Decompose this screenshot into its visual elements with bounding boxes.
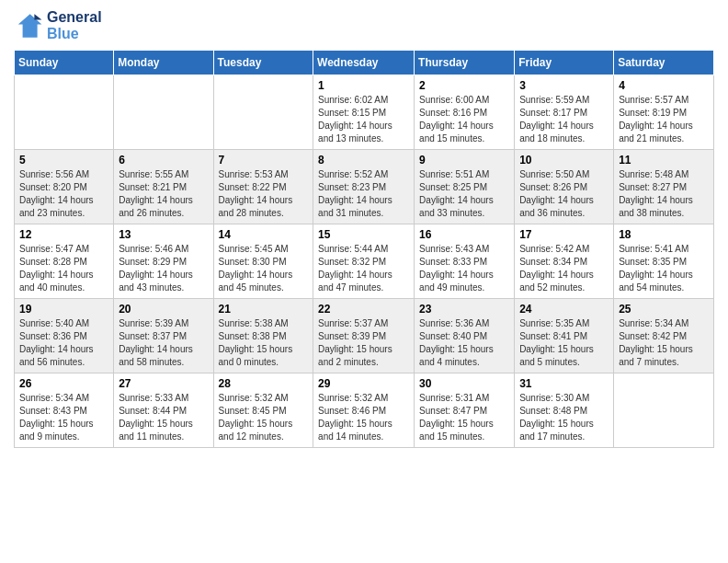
logo-text: General Blue (47, 9, 102, 42)
day-number: 31 (519, 377, 609, 390)
day-info: Sunrise: 5:37 AM Sunset: 8:39 PM Dayligh… (318, 317, 409, 369)
day-number: 30 (419, 377, 509, 390)
day-number: 17 (519, 228, 609, 241)
day-info: Sunrise: 5:47 AM Sunset: 8:28 PM Dayligh… (19, 243, 108, 294)
day-number: 23 (419, 303, 509, 316)
calendar-cell: 9Sunrise: 5:51 AM Sunset: 8:25 PM Daylig… (415, 150, 515, 224)
day-number: 4 (619, 79, 709, 92)
calendar-cell (614, 373, 714, 448)
calendar-cell: 14Sunrise: 5:45 AM Sunset: 8:30 PM Dayli… (213, 224, 313, 299)
day-info: Sunrise: 5:34 AM Sunset: 8:42 PM Dayligh… (619, 317, 709, 369)
calendar-cell: 18Sunrise: 5:41 AM Sunset: 8:35 PM Dayli… (614, 224, 714, 299)
page-header: General Blue (14, 9, 714, 42)
day-number: 27 (119, 377, 208, 390)
day-info: Sunrise: 5:50 AM Sunset: 8:26 PM Dayligh… (519, 168, 609, 220)
weekday-header-tuesday: Tuesday (213, 51, 313, 75)
day-info: Sunrise: 6:00 AM Sunset: 8:16 PM Dayligh… (419, 94, 509, 145)
day-number: 25 (619, 303, 709, 316)
day-number: 8 (318, 154, 409, 167)
day-info: Sunrise: 5:34 AM Sunset: 8:43 PM Dayligh… (19, 392, 108, 443)
day-info: Sunrise: 6:02 AM Sunset: 8:15 PM Dayligh… (318, 94, 409, 145)
calendar-cell (114, 75, 213, 150)
calendar-cell (213, 75, 313, 150)
calendar-cell: 17Sunrise: 5:42 AM Sunset: 8:34 PM Dayli… (515, 224, 614, 299)
weekday-header-thursday: Thursday (415, 51, 515, 75)
day-number: 3 (519, 79, 609, 92)
calendar-cell: 6Sunrise: 5:55 AM Sunset: 8:21 PM Daylig… (114, 150, 213, 224)
calendar-cell: 7Sunrise: 5:53 AM Sunset: 8:22 PM Daylig… (213, 150, 313, 224)
day-info: Sunrise: 5:42 AM Sunset: 8:34 PM Dayligh… (519, 243, 609, 294)
calendar-cell: 2Sunrise: 6:00 AM Sunset: 8:16 PM Daylig… (415, 75, 515, 150)
day-number: 2 (419, 79, 509, 92)
calendar-cell: 15Sunrise: 5:44 AM Sunset: 8:32 PM Dayli… (313, 224, 415, 299)
day-number: 26 (19, 377, 108, 390)
weekday-header-monday: Monday (114, 51, 213, 75)
calendar-cell: 23Sunrise: 5:36 AM Sunset: 8:40 PM Dayli… (415, 299, 515, 373)
calendar-cell: 24Sunrise: 5:35 AM Sunset: 8:41 PM Dayli… (515, 299, 614, 373)
day-number: 11 (619, 154, 709, 167)
weekday-header-wednesday: Wednesday (313, 51, 415, 75)
calendar-cell: 8Sunrise: 5:52 AM Sunset: 8:23 PM Daylig… (313, 150, 415, 224)
calendar-cell: 1Sunrise: 6:02 AM Sunset: 8:15 PM Daylig… (313, 75, 415, 150)
day-number: 22 (318, 303, 409, 316)
day-info: Sunrise: 5:39 AM Sunset: 8:37 PM Dayligh… (119, 317, 208, 369)
day-number: 21 (219, 303, 309, 316)
day-info: Sunrise: 5:33 AM Sunset: 8:44 PM Dayligh… (119, 392, 208, 443)
day-info: Sunrise: 5:44 AM Sunset: 8:32 PM Dayligh… (318, 243, 409, 294)
day-number: 16 (419, 228, 509, 241)
calendar-cell: 31Sunrise: 5:30 AM Sunset: 8:48 PM Dayli… (515, 373, 614, 448)
day-info: Sunrise: 5:45 AM Sunset: 8:30 PM Dayligh… (219, 243, 309, 294)
svg-marker-1 (34, 14, 41, 19)
calendar-cell: 26Sunrise: 5:34 AM Sunset: 8:43 PM Dayli… (15, 373, 114, 448)
calendar-cell: 5Sunrise: 5:56 AM Sunset: 8:20 PM Daylig… (15, 150, 114, 224)
calendar-cell: 28Sunrise: 5:32 AM Sunset: 8:45 PM Dayli… (213, 373, 313, 448)
day-info: Sunrise: 5:57 AM Sunset: 8:19 PM Dayligh… (619, 94, 709, 145)
day-number: 12 (19, 228, 108, 241)
calendar-cell: 29Sunrise: 5:32 AM Sunset: 8:46 PM Dayli… (313, 373, 415, 448)
day-number: 5 (19, 154, 108, 167)
calendar-cell: 20Sunrise: 5:39 AM Sunset: 8:37 PM Dayli… (114, 299, 213, 373)
day-info: Sunrise: 5:30 AM Sunset: 8:48 PM Dayligh… (519, 392, 609, 443)
day-info: Sunrise: 5:48 AM Sunset: 8:27 PM Dayligh… (619, 168, 709, 220)
logo-icon (14, 11, 43, 40)
day-info: Sunrise: 5:32 AM Sunset: 8:45 PM Dayligh… (219, 392, 309, 443)
weekday-header-sunday: Sunday (15, 51, 114, 75)
day-number: 19 (19, 303, 108, 316)
calendar-cell: 19Sunrise: 5:40 AM Sunset: 8:36 PM Dayli… (15, 299, 114, 373)
day-number: 10 (519, 154, 609, 167)
calendar-cell: 13Sunrise: 5:46 AM Sunset: 8:29 PM Dayli… (114, 224, 213, 299)
day-number: 29 (318, 377, 409, 390)
day-number: 9 (419, 154, 509, 167)
day-info: Sunrise: 5:31 AM Sunset: 8:47 PM Dayligh… (419, 392, 509, 443)
day-info: Sunrise: 5:56 AM Sunset: 8:20 PM Dayligh… (19, 168, 108, 220)
weekday-header-friday: Friday (515, 51, 614, 75)
day-info: Sunrise: 5:51 AM Sunset: 8:25 PM Dayligh… (419, 168, 509, 220)
day-info: Sunrise: 5:53 AM Sunset: 8:22 PM Dayligh… (219, 168, 309, 220)
calendar-cell: 16Sunrise: 5:43 AM Sunset: 8:33 PM Dayli… (415, 224, 515, 299)
day-info: Sunrise: 5:55 AM Sunset: 8:21 PM Dayligh… (119, 168, 208, 220)
day-info: Sunrise: 5:35 AM Sunset: 8:41 PM Dayligh… (519, 317, 609, 369)
day-info: Sunrise: 5:46 AM Sunset: 8:29 PM Dayligh… (119, 243, 208, 294)
day-info: Sunrise: 5:36 AM Sunset: 8:40 PM Dayligh… (419, 317, 509, 369)
logo: General Blue (14, 9, 102, 42)
weekday-header-saturday: Saturday (614, 51, 714, 75)
calendar-cell: 3Sunrise: 5:59 AM Sunset: 8:17 PM Daylig… (515, 75, 614, 150)
day-info: Sunrise: 5:43 AM Sunset: 8:33 PM Dayligh… (419, 243, 509, 294)
calendar-cell: 27Sunrise: 5:33 AM Sunset: 8:44 PM Dayli… (114, 373, 213, 448)
day-info: Sunrise: 5:52 AM Sunset: 8:23 PM Dayligh… (318, 168, 409, 220)
calendar-cell: 11Sunrise: 5:48 AM Sunset: 8:27 PM Dayli… (614, 150, 714, 224)
day-number: 15 (318, 228, 409, 241)
calendar-cell: 12Sunrise: 5:47 AM Sunset: 8:28 PM Dayli… (15, 224, 114, 299)
day-info: Sunrise: 5:38 AM Sunset: 8:38 PM Dayligh… (219, 317, 309, 369)
calendar-cell: 4Sunrise: 5:57 AM Sunset: 8:19 PM Daylig… (614, 75, 714, 150)
calendar-cell: 21Sunrise: 5:38 AM Sunset: 8:38 PM Dayli… (213, 299, 313, 373)
calendar-cell: 10Sunrise: 5:50 AM Sunset: 8:26 PM Dayli… (515, 150, 614, 224)
day-info: Sunrise: 5:59 AM Sunset: 8:17 PM Dayligh… (519, 94, 609, 145)
day-info: Sunrise: 5:32 AM Sunset: 8:46 PM Dayligh… (318, 392, 409, 443)
calendar-cell: 30Sunrise: 5:31 AM Sunset: 8:47 PM Dayli… (415, 373, 515, 448)
day-number: 14 (219, 228, 309, 241)
day-info: Sunrise: 5:41 AM Sunset: 8:35 PM Dayligh… (619, 243, 709, 294)
day-number: 24 (519, 303, 609, 316)
day-info: Sunrise: 5:40 AM Sunset: 8:36 PM Dayligh… (19, 317, 108, 369)
day-number: 6 (119, 154, 208, 167)
